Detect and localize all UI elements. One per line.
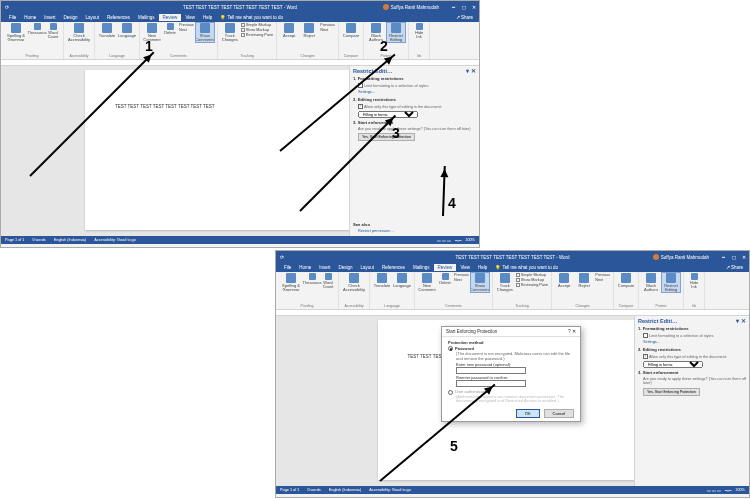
status-page[interactable]: Page 1 of 1 — [5, 238, 24, 242]
hide-ink-button[interactable]: Hide Ink — [412, 23, 426, 39]
tell-me[interactable]: 💡 Tell me what you want to do — [216, 14, 287, 21]
new-password-input[interactable] — [456, 367, 526, 374]
compare-button[interactable]: Compare — [342, 23, 360, 38]
minimize-icon[interactable]: ━ — [450, 4, 457, 11]
dialog-help-icon[interactable]: ? — [568, 329, 571, 334]
start-enforcing-button[interactable]: Yes, Start Enforcing Protection — [643, 388, 700, 396]
status-words[interactable]: 0 words — [32, 238, 45, 242]
section-enforcement: 3. Start enforcement — [353, 120, 476, 125]
editing-type-select[interactable]: Filling in forms — [643, 361, 703, 368]
ok-button[interactable]: OK — [516, 409, 540, 418]
restrict-permission-link[interactable]: Restrict permission… — [358, 229, 476, 234]
tab-mailings[interactable]: Mailings — [409, 264, 434, 271]
view-icons[interactable]: ▭ ▭ ▭ — [437, 238, 451, 243]
start-enforcing-button[interactable]: Yes, Start Enforcing Protection — [358, 133, 415, 141]
pane-close-icon[interactable]: ✕ — [471, 68, 476, 74]
restrict-editing-pane: Restrict Editi…▾ ✕ 1. Formatting restric… — [349, 66, 479, 236]
status-accessibility[interactable]: Accessibility: Good to go — [94, 238, 136, 242]
check-accessibility-button[interactable]: Check Accessibility — [67, 23, 91, 42]
delete-comment-button[interactable]: Delete — [438, 273, 452, 292]
language-button[interactable]: Language — [118, 23, 136, 38]
title-bar: ⟳ TEST TEST TEST TEST TEST TEST TEST TES… — [1, 1, 479, 13]
tab-file[interactable]: File — [5, 14, 20, 21]
tab-review[interactable]: Review — [434, 264, 457, 271]
word-count-button[interactable]: Word Count — [321, 273, 335, 292]
status-words[interactable]: 0 words — [307, 488, 320, 492]
reject-button[interactable]: Reject — [300, 23, 318, 38]
tab-layout[interactable]: Layout — [357, 264, 379, 271]
view-icons[interactable]: ▭ ▭ ▭ — [707, 488, 721, 493]
share-button[interactable]: ↗ Share — [726, 265, 743, 270]
tab-layout[interactable]: Layout — [82, 14, 104, 21]
formatting-settings-link[interactable]: Settings… — [358, 90, 476, 95]
status-zoom[interactable]: 100% — [735, 488, 745, 492]
share-button[interactable]: ↗ Share — [456, 15, 473, 20]
callout-4: 4 — [448, 195, 456, 211]
status-zoom[interactable]: 100% — [465, 238, 475, 242]
tab-mailings[interactable]: Mailings — [134, 14, 159, 21]
language-button[interactable]: Language — [393, 273, 411, 288]
tell-me[interactable]: 💡 Tell me what you want to do — [491, 264, 562, 271]
status-lang[interactable]: English (Indonesia) — [54, 238, 87, 242]
hide-ink-button[interactable]: Hide Ink — [687, 273, 701, 289]
next-comment-button[interactable]: Next — [179, 28, 187, 32]
callout-2: 2 — [380, 38, 388, 54]
show-comments-button[interactable]: Show Comments — [471, 273, 489, 292]
restrict-editing-button[interactable]: Restrict Editing — [387, 23, 405, 42]
close-icon[interactable]: ✕ — [740, 254, 747, 261]
show-comments-button[interactable]: Show Comments — [196, 23, 214, 42]
prev-comment-button[interactable]: Previous — [179, 23, 194, 27]
dialog-close-icon[interactable]: ✕ — [572, 329, 576, 334]
status-lang[interactable]: English (Indonesia) — [329, 488, 362, 492]
tab-view[interactable]: View — [456, 264, 474, 271]
block-authors-button[interactable]: Block Authors — [642, 273, 660, 292]
pane-close-icon[interactable]: ✕ — [741, 318, 746, 324]
spelling-grammar-button[interactable]: Spelling & Grammar — [4, 23, 28, 42]
tab-help[interactable]: Help — [474, 264, 491, 271]
close-icon[interactable]: ✕ — [470, 4, 477, 11]
check-accessibility-button[interactable]: Check Accessibility — [342, 273, 366, 292]
restrict-editing-button[interactable]: Restrict Editing — [662, 273, 680, 292]
cancel-button[interactable]: Cancel — [544, 409, 574, 418]
user-avatar-icon — [383, 4, 389, 10]
new-comment-button[interactable]: New Comment — [418, 273, 436, 292]
screenshot-step-1-4: ⟳ TEST TEST TEST TEST TEST TEST TEST TES… — [0, 0, 480, 248]
tab-insert[interactable]: Insert — [40, 14, 59, 21]
limit-formatting-checkbox[interactable] — [643, 333, 648, 338]
tab-help[interactable]: Help — [199, 14, 216, 21]
translate-button[interactable]: Translate — [98, 23, 116, 38]
tab-file[interactable]: File — [280, 264, 295, 271]
status-page[interactable]: Page 1 of 1 — [280, 488, 299, 492]
password-radio[interactable] — [448, 346, 453, 351]
thesaurus-button[interactable]: Thesaurus — [30, 23, 44, 42]
maximize-icon[interactable]: ◻ — [730, 254, 737, 261]
tab-references[interactable]: References — [103, 14, 134, 21]
spelling-grammar-button[interactable]: Spelling & Grammar — [279, 273, 303, 292]
allow-editing-checkbox[interactable] — [358, 104, 363, 109]
status-accessibility[interactable]: Accessibility: Good to go — [369, 488, 411, 492]
translate-button[interactable]: Translate — [373, 273, 391, 288]
accept-button[interactable]: Accept — [555, 273, 573, 288]
tab-insert[interactable]: Insert — [315, 264, 334, 271]
tab-home[interactable]: Home — [20, 14, 40, 21]
tab-review[interactable]: Review — [159, 14, 182, 21]
maximize-icon[interactable]: ◻ — [460, 4, 467, 11]
reject-button[interactable]: Reject — [575, 273, 593, 288]
tab-references[interactable]: References — [378, 264, 409, 271]
accept-button[interactable]: Accept — [280, 23, 298, 38]
pane-dropdown-icon[interactable]: ▾ — [736, 318, 739, 324]
allow-editing-checkbox[interactable] — [643, 354, 648, 359]
minimize-icon[interactable]: ━ — [720, 254, 727, 261]
delete-comment-button[interactable]: Delete — [163, 23, 177, 42]
tab-design[interactable]: Design — [60, 14, 82, 21]
pane-dropdown-icon[interactable]: ▾ — [466, 68, 469, 74]
track-changes-button[interactable]: Track Changes — [496, 273, 514, 292]
tab-home[interactable]: Home — [295, 264, 315, 271]
track-changes-button[interactable]: Track Changes — [221, 23, 239, 42]
compare-button[interactable]: Compare — [617, 273, 635, 288]
tab-design[interactable]: Design — [335, 264, 357, 271]
tab-view[interactable]: View — [181, 14, 199, 21]
thesaurus-button[interactable]: Thesaurus — [305, 273, 319, 292]
formatting-settings-link[interactable]: Settings… — [643, 340, 746, 345]
word-count-button[interactable]: Word Count — [46, 23, 60, 42]
